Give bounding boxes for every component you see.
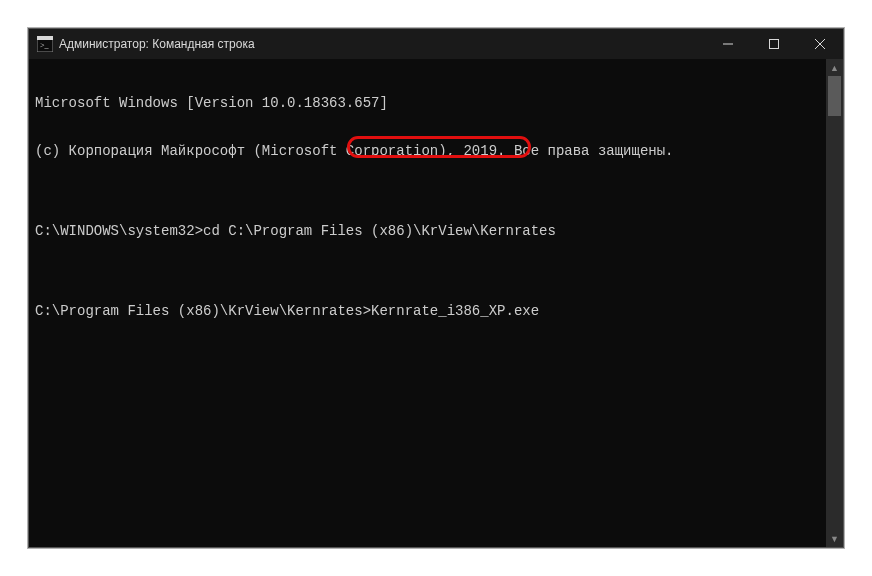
scrollbar-thumb[interactable] xyxy=(828,76,841,116)
cmd-window: >_ Администратор: Командная строка Micro… xyxy=(28,28,844,548)
minimize-button[interactable] xyxy=(705,29,751,59)
scrollbar-track[interactable] xyxy=(826,76,843,530)
client-area: Microsoft Windows [Version 10.0.18363.65… xyxy=(29,59,843,547)
scroll-up-arrow-icon[interactable]: ▲ xyxy=(826,59,843,76)
close-button[interactable] xyxy=(797,29,843,59)
window-title: Администратор: Командная строка xyxy=(59,37,255,51)
svg-text:>_: >_ xyxy=(40,41,50,50)
terminal-line: C:\Program Files (x86)\KrView\Kernrates>… xyxy=(35,303,820,319)
maximize-button[interactable] xyxy=(751,29,797,59)
cmd-icon: >_ xyxy=(37,36,53,52)
maximize-icon xyxy=(769,39,779,49)
vertical-scrollbar[interactable]: ▲ ▼ xyxy=(826,59,843,547)
svg-rect-1 xyxy=(37,36,53,40)
terminal-output[interactable]: Microsoft Windows [Version 10.0.18363.65… xyxy=(29,59,826,547)
terminal-line: C:\WINDOWS\system32>cd C:\Program Files … xyxy=(35,223,820,239)
close-icon xyxy=(815,39,825,49)
minimize-icon xyxy=(723,39,733,49)
terminal-line: Microsoft Windows [Version 10.0.18363.65… xyxy=(35,95,820,111)
terminal-line: (c) Корпорация Майкрософт (Microsoft Cor… xyxy=(35,143,820,159)
svg-rect-4 xyxy=(770,40,779,49)
titlebar[interactable]: >_ Администратор: Командная строка xyxy=(29,29,843,59)
scroll-down-arrow-icon[interactable]: ▼ xyxy=(826,530,843,547)
